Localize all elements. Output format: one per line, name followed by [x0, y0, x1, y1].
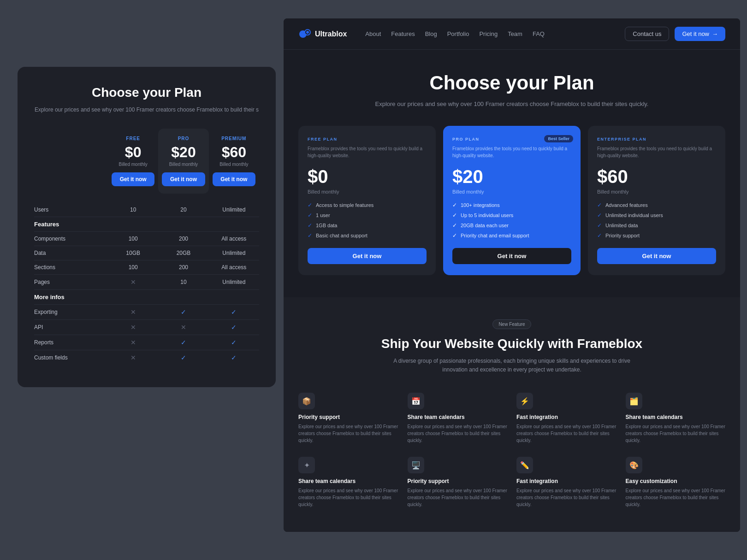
card-feature-item: ✓Unlimited individual users	[597, 212, 716, 218]
check-icon: ✓	[597, 202, 602, 208]
feature-val: ✕	[158, 324, 208, 331]
feature-label: Pages	[34, 279, 108, 285]
feature-card-desc: Explore our prices and see why over 100 …	[516, 487, 617, 508]
plan-name-pro: PRO	[162, 136, 205, 141]
feature-val: 200	[158, 236, 208, 242]
feature-card-title: Share team calendars	[626, 414, 726, 420]
feature-label: Custom fields	[34, 354, 108, 361]
feature-row: Features	[34, 217, 259, 231]
check-icon: ✓	[231, 339, 237, 346]
feature-label: Data	[34, 250, 108, 256]
feature-card-icon: 📦	[298, 393, 315, 409]
feature-card-title: Fast integration	[516, 478, 617, 484]
nav-link-features[interactable]: Features	[391, 30, 415, 37]
pricing-card-pro: PRO PLANBest SellerFrameblox provides th…	[443, 126, 581, 275]
card-feature-item: ✓Advanced features	[597, 202, 716, 208]
feature-card-desc: Explore our prices and see why over 100 …	[298, 423, 398, 444]
check-icon: ✓	[452, 212, 457, 218]
nav-link-team[interactable]: Team	[508, 30, 522, 37]
feature-label: API	[34, 324, 108, 330]
feature-card-4: ✦ Share team calendars Explore our price…	[298, 455, 398, 510]
feature-card-title: Fast integration	[516, 414, 617, 420]
card-desc: Frameblox provides the tools you need to…	[308, 145, 427, 159]
best-seller-badge: Best Seller	[544, 135, 573, 142]
feature-val: 10	[108, 206, 158, 213]
cross-icon: ✕	[130, 308, 136, 316]
feature-card-icon: 🖥️	[408, 457, 424, 473]
btn-plan-pro[interactable]: Get it now	[162, 172, 205, 186]
get-it-now-button[interactable]: Get it now →	[675, 27, 725, 41]
feature-val: ✕	[108, 278, 158, 286]
nav-link-portfolio[interactable]: Portfolio	[447, 30, 469, 37]
feature-card-icon: 📅	[408, 393, 424, 409]
feature-card-icon: 🎨	[626, 457, 642, 473]
feature-card-title: Easy customization	[626, 478, 726, 484]
plan-name-premium: PREMIUM	[213, 136, 255, 141]
plan-col-premium: PREMIUM $60 Billed monthly Get it now	[209, 129, 259, 194]
feature-val: ✓	[158, 339, 208, 346]
plan-col-pro: PRO $20 Billed monthly Get it now	[158, 129, 208, 194]
feature-val: 100	[108, 264, 158, 271]
feature-label: Components	[34, 236, 108, 242]
feature-card-title: Share team calendars	[408, 414, 508, 420]
feature-val: Unlimited	[209, 279, 259, 285]
feature-card-title: Priority support	[298, 414, 398, 420]
feature-card-title: Share team calendars	[298, 478, 398, 484]
plan-name-free: FREE	[112, 136, 154, 141]
left-panel-title: Choose your Plan	[34, 85, 259, 100]
check-icon: ✓	[597, 232, 602, 239]
feature-val: 10GB	[108, 250, 158, 256]
feature-val: ✓	[209, 354, 259, 361]
feature-card-desc: Explore our prices and see why over 100 …	[626, 487, 726, 508]
feature-row: Pages✕10Unlimited	[34, 274, 259, 289]
nav-link-blog[interactable]: Blog	[425, 30, 437, 37]
feature-val: 200	[158, 264, 208, 271]
btn-card-free[interactable]: Get it now	[308, 248, 427, 264]
nav-link-pricing[interactable]: Pricing	[479, 30, 498, 37]
nav-links: AboutFeaturesBlogPortfolioPricingTeamFAQ	[365, 30, 625, 37]
feature-row: Components100200All access	[34, 231, 259, 246]
feature-card-desc: Explore our prices and see why over 100 …	[516, 423, 617, 444]
nav-link-about[interactable]: About	[365, 30, 381, 37]
navbar: Ultrablox AboutFeaturesBlogPortfolioPric…	[284, 18, 740, 50]
feature-val: 10	[158, 279, 208, 285]
feature-card-desc: Explore our prices and see why over 100 …	[626, 423, 726, 444]
check-icon: ✓	[452, 222, 457, 229]
feature-val: ✓	[209, 308, 259, 316]
feature-row: Sections100200All access	[34, 260, 259, 274]
btn-card-pro[interactable]: Get it now	[452, 248, 571, 264]
logo-text: Ultrablox	[315, 30, 347, 38]
features-section: New Feature Ship Your Website Quickly wi…	[284, 297, 740, 532]
card-price: $20	[452, 166, 571, 187]
cross-icon: ✕	[130, 354, 136, 361]
features-subtitle: A diverse group of passionate profession…	[392, 357, 632, 374]
card-feature-item: ✓Up to 5 individual users	[452, 212, 571, 218]
pricing-cards: FREE PLANFrameblox provides the tools yo…	[284, 126, 740, 297]
plan-billing-premium: Billed monthly	[213, 162, 255, 167]
cross-icon: ✕	[181, 324, 186, 331]
features-grid: 📦 Priority support Explore our prices an…	[298, 391, 725, 510]
features-title: Ship Your Website Quickly with Frameblox	[298, 336, 725, 351]
card-features: ✓100+ integrations✓Up to 5 individual us…	[452, 202, 571, 239]
btn-card-enterprise[interactable]: Get it now	[597, 248, 716, 264]
card-feature-item: ✓Access to simple features	[308, 202, 427, 208]
btn-plan-free[interactable]: Get it now	[112, 172, 154, 186]
card-feature-item: ✓Priority chat and email support	[452, 232, 571, 239]
feature-val: ✕	[108, 324, 158, 331]
card-billing: Billed monthly	[452, 189, 571, 195]
cross-icon: ✕	[130, 324, 136, 331]
card-desc: Frameblox provides the tools you need to…	[452, 145, 571, 159]
nav-link-faq[interactable]: FAQ	[533, 30, 545, 37]
btn-plan-premium[interactable]: Get it now	[213, 172, 255, 186]
feature-card-2: ⚡ Fast integration Explore our prices an…	[516, 391, 617, 446]
check-icon: ✓	[308, 212, 312, 218]
check-icon: ✓	[181, 339, 186, 346]
card-feature-item: ✓1 user	[308, 212, 427, 218]
feature-card-6: ✏️ Fast integration Explore our prices a…	[516, 455, 617, 510]
card-features: ✓Advanced features✓Unlimited individual …	[597, 202, 716, 239]
plan-billing-pro: Billed monthly	[162, 162, 205, 167]
feature-row: Exporting✕✓✓	[34, 304, 259, 319]
feature-row: API✕✕✓	[34, 319, 259, 335]
check-icon: ✓	[597, 222, 602, 229]
contact-us-button[interactable]: Contact us	[625, 27, 669, 41]
